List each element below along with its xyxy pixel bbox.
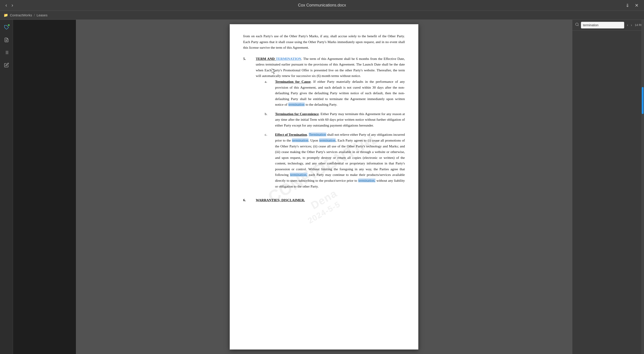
- termination-highlight-c5: termination,: [358, 179, 376, 182]
- nav-controls: ‹ ›: [0, 1, 19, 9]
- section-6-body: WARRANTIES; DISCLAIMER.: [256, 197, 405, 203]
- breadcrumb-root[interactable]: ContractWorks: [10, 13, 32, 17]
- breadcrumb-sub[interactable]: Leases: [36, 13, 48, 17]
- termination-highlight-c2: termination: [292, 138, 308, 142]
- document-content: from on each Party's use of the Other Pa…: [243, 33, 405, 203]
- subsection-c-letter: c.: [265, 132, 272, 189]
- termination-highlight-c1: Termination: [309, 133, 326, 136]
- subsection-c-text2: . Upon: [308, 138, 319, 142]
- termination-highlight-a: termination: [288, 102, 305, 106]
- search-prev-button[interactable]: ‹: [626, 23, 629, 27]
- search-icon: [575, 22, 579, 27]
- back-button[interactable]: ‹: [4, 1, 9, 9]
- folder-icon: 📁: [4, 13, 8, 17]
- document-area[interactable]: CONFIDENTIAL Dena 2024-5-5 from on each …: [76, 20, 572, 354]
- subsection-b-body: Termination for Convenience. Either Part…: [275, 111, 405, 128]
- subsection-b: b. Termination for Convenience. Either P…: [256, 111, 405, 128]
- section-6-number: 6.: [243, 197, 252, 203]
- breadcrumb-bar: 📁 ContractWorks / Leases: [0, 11, 644, 20]
- search-next-button[interactable]: ›: [630, 23, 633, 27]
- top-paragraph: from on each Party's use of the Other Pa…: [243, 33, 405, 50]
- sidebar: [0, 20, 13, 354]
- subsection-b-letter: b.: [265, 111, 272, 128]
- subsection-a-end: to the defaulting Party.: [305, 102, 337, 106]
- termination-highlight-c4: termination,: [290, 173, 307, 177]
- top-paragraph-text: from on each Party's use of the Other Pa…: [243, 34, 405, 49]
- section-5-body: TERM AND TERMINATION. The term of this A…: [256, 56, 405, 193]
- breadcrumb-separator: /: [34, 13, 35, 17]
- termination-heading-highlight: TERMINATION: [276, 57, 301, 60]
- title-bar-right: ⇓ ✕: [620, 2, 644, 9]
- section-6: 6. WARRANTIES; DISCLAIMER.: [243, 197, 405, 203]
- section-6-heading: WARRANTIES; DISCLAIMER.: [256, 198, 305, 202]
- document-title: Cox Communications.docx: [298, 3, 346, 8]
- subsection-c: c. Effect of Termination. Termination sh…: [256, 132, 405, 189]
- right-scrollbar[interactable]: [641, 20, 644, 354]
- subsection-a-letter: a.: [265, 79, 272, 107]
- search-navigation: ‹ ›: [626, 23, 633, 27]
- subsection-c-body: Effect of Termination. Termination shall…: [275, 132, 405, 189]
- sidebar-item-list[interactable]: [2, 48, 10, 56]
- subsection-a-heading: Termination for Cause: [275, 80, 310, 83]
- title-bar: ‹ › Cox Communications.docx ⇓ ✕: [0, 0, 644, 11]
- search-input[interactable]: [581, 22, 624, 28]
- subsection-a-body: Termination for Cause. If either Party m…: [275, 79, 405, 107]
- section-5: 5. TERM AND TERMINATION. The term of thi…: [243, 56, 405, 193]
- section-5-heading: TERM AND TERMINATION: [256, 57, 301, 60]
- subsection-c-heading: Effect of Termination: [275, 133, 307, 136]
- termination-highlight-c3: termination: [319, 138, 336, 142]
- main-layout: CONFIDENTIAL Dena 2024-5-5 from on each …: [0, 20, 644, 354]
- sidebar-item-edit[interactable]: [2, 61, 10, 69]
- scrollbar-thumb[interactable]: [642, 87, 644, 114]
- subsection-c-text3: , Each Party agrees to (i) cease all pro…: [275, 138, 405, 177]
- close-button[interactable]: ✕: [633, 2, 640, 9]
- subsection-a: a. Termination for Cause. If either Part…: [256, 79, 405, 107]
- subsection-b-heading: Termination for Convenience: [275, 112, 319, 116]
- search-panel: ‹ › 14 RESULTS | / 9: [572, 20, 644, 354]
- svg-point-9: [576, 23, 578, 25]
- download-button[interactable]: ⇓: [624, 2, 631, 9]
- subsection-c-intro: .: [307, 133, 309, 136]
- sidebar-item-tag[interactable]: [2, 23, 10, 31]
- document-page: CONFIDENTIAL Dena 2024-5-5 from on each …: [230, 24, 418, 350]
- sidebar-item-document[interactable]: [2, 36, 10, 44]
- forward-button[interactable]: ›: [10, 1, 15, 9]
- section-5-number: 5.: [243, 56, 252, 193]
- svg-line-10: [578, 25, 578, 26]
- search-bar: ‹ › 14 RESULTS | / 9: [572, 20, 644, 30]
- dark-left-panel: [13, 20, 76, 354]
